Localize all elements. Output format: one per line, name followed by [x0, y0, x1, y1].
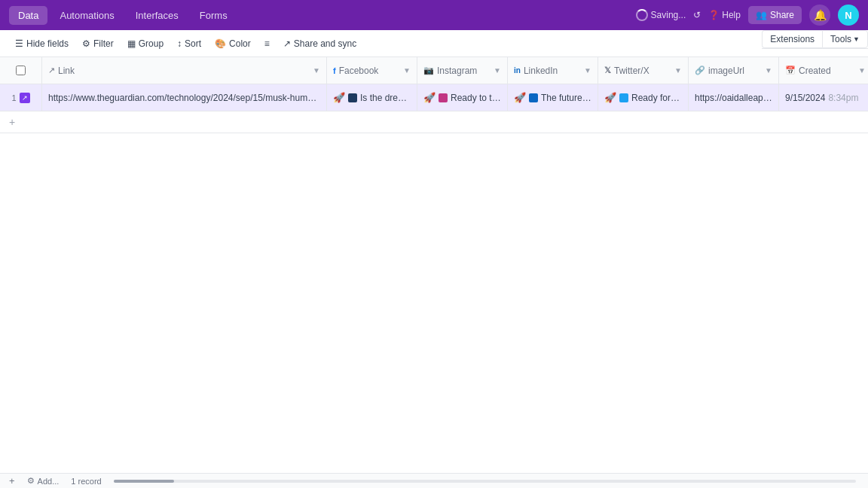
filter-label: Filter [93, 38, 114, 49]
nav-tab-data[interactable]: Data [9, 6, 47, 25]
share-button[interactable]: 👥 Share [748, 6, 802, 24]
cell-created: 9/15/2024 8:34pm [779, 84, 868, 111]
tools-button[interactable]: Tools ▼ [822, 30, 868, 48]
empty-space [0, 133, 868, 435]
top-nav: Data Automations Interfaces Forms Saving… [0, 0, 868, 30]
column-header-instagram[interactable]: 📷 Instagram ▼ [417, 57, 508, 84]
nav-right: Saving... ↺ ❓ Help 👥 Share 🔔 N [636, 5, 859, 26]
facebook-emoji: 🚀 [333, 92, 345, 103]
column-header-created[interactable]: 📅 Created ▼ [779, 57, 868, 84]
horizontal-scrollbar[interactable] [114, 480, 856, 483]
density-icon: ≡ [264, 38, 270, 49]
created-col-label: Created [799, 66, 831, 76]
linkedin-col-label: LinkedIn [524, 66, 558, 76]
color-button[interactable]: 🎨 Color [209, 35, 257, 52]
bottom-gear-icon: ⚙ [27, 476, 35, 486]
help-button[interactable]: ❓ Help [708, 10, 741, 20]
share-label: Share [770, 10, 794, 20]
add-row-plus-icon: + [9, 116, 15, 128]
created-col-chevron: ▼ [858, 66, 866, 75]
bottom-add-button[interactable]: + [9, 475, 15, 486]
instagram-col-chevron: ▼ [494, 66, 501, 75]
column-header-link[interactable]: ↗ Link ▼ [42, 57, 327, 84]
bottom-add-field-button[interactable]: ⚙ Add... [27, 476, 60, 486]
filter-icon: ⚙ [82, 38, 90, 49]
header-checkbox-cell[interactable] [0, 57, 42, 84]
linkedin-cell-content: 🚀 The future is calling, an... [514, 92, 591, 103]
tools-chevron-icon: ▼ [853, 35, 860, 43]
cell-linkedin[interactable]: 🚀 The future is calling, an... [508, 84, 598, 111]
instagram-col-icon: 📷 [423, 66, 434, 75]
select-all-checkbox[interactable] [16, 66, 26, 75]
share-sync-icon: ↗ [283, 38, 291, 49]
share-sync-button[interactable]: ↗ Share and sync [277, 35, 362, 52]
column-header-imageurl[interactable]: 🔗 imageUrl ▼ [689, 57, 779, 84]
column-header-twitter[interactable]: 𝕏 Twitter/X ▼ [598, 57, 689, 84]
facebook-col-label: Facebook [339, 66, 379, 76]
cell-imageurl[interactable]: https://oaidalleapiprodscus... [689, 84, 779, 111]
facebook-cell-content: 🚀 Is the dream of hum... [333, 92, 411, 103]
table-container: ↗ Link ▼ f Facebook ▼ 📷 Instagram ▼ in L… [0, 57, 868, 488]
scrollbar-thumb[interactable] [114, 480, 174, 483]
created-time-value: 8:34pm [828, 93, 858, 103]
link-col-label: Link [58, 66, 75, 76]
facebook-col-icon: f [333, 66, 336, 75]
color-icon: 🎨 [215, 38, 226, 49]
filter-button[interactable]: ⚙ Filter [76, 35, 120, 52]
saving-indicator: Saving... [636, 9, 686, 21]
group-icon: ▦ [127, 38, 136, 49]
instagram-cell-content: 🚀 Ready to take a trip t... [423, 92, 501, 103]
facebook-col-chevron: ▼ [403, 66, 411, 75]
link-value[interactable]: https://www.theguardian.com/technology/2… [48, 93, 320, 103]
imageurl-value[interactable]: https://oaidalleapiprodscus... [695, 93, 772, 103]
cell-link[interactable]: https://www.theguardian.com/technology/2… [42, 84, 327, 111]
table-header: ↗ Link ▼ f Facebook ▼ 📷 Instagram ▼ in L… [0, 57, 868, 84]
user-avatar[interactable]: N [838, 5, 859, 26]
hide-fields-button[interactable]: ☰ Hide fields [9, 35, 75, 52]
sort-icon: ↕ [177, 38, 182, 49]
linkedin-col-chevron: ▼ [584, 66, 591, 75]
instagram-emoji: 🚀 [423, 92, 436, 103]
twitter-col-chevron: ▼ [674, 66, 682, 75]
cell-instagram[interactable]: 🚀 Ready to take a trip t... [417, 84, 508, 111]
add-row-button[interactable]: + [0, 111, 868, 133]
twitter-color-dot [619, 93, 628, 102]
bottom-add-text: Add... [38, 477, 60, 486]
table-body: 1 ↗ https://www.theguardian.com/technolo… [0, 84, 868, 488]
group-button[interactable]: ▦ Group [121, 35, 170, 52]
undo-button[interactable]: ↺ [693, 10, 701, 20]
cell-facebook[interactable]: 🚀 Is the dream of hum... [327, 84, 417, 111]
link-col-chevron: ▼ [313, 66, 320, 75]
nav-tab-forms[interactable]: Forms [191, 6, 237, 25]
imageurl-col-label: imageUrl [708, 66, 744, 76]
imageurl-col-chevron: ▼ [765, 66, 772, 75]
hide-fields-label: Hide fields [26, 38, 69, 49]
group-label: Group [139, 38, 164, 49]
nav-tab-automations[interactable]: Automations [50, 6, 123, 25]
notifications-button[interactable]: 🔔 [809, 5, 830, 26]
facebook-text: Is the dream of hum... [360, 93, 411, 103]
row-checkbox-cell[interactable]: 1 ↗ [0, 84, 42, 111]
bottom-add-icon: + [9, 475, 15, 486]
bottom-bar: + ⚙ Add... 1 record [0, 473, 868, 488]
sort-button[interactable]: ↕ Sort [171, 35, 207, 52]
twitter-col-label: Twitter/X [614, 66, 649, 76]
help-text: Help [722, 10, 741, 20]
nav-tab-interfaces[interactable]: Interfaces [127, 6, 188, 25]
extensions-button[interactable]: Extensions [762, 30, 822, 48]
row-number: 1 [11, 93, 16, 102]
help-circle-icon: ❓ [708, 10, 720, 20]
cell-twitter[interactable]: 🚀 Ready for Mars? Elo... [598, 84, 689, 111]
facebook-color-dot [348, 93, 357, 102]
linkedin-emoji: 🚀 [514, 92, 526, 103]
link-col-icon: ↗ [48, 66, 55, 75]
saving-text: Saving... [651, 10, 686, 20]
twitter-emoji: 🚀 [604, 92, 616, 103]
column-header-linkedin[interactable]: in LinkedIn ▼ [508, 57, 598, 84]
row-expand-button[interactable]: ↗ [20, 93, 30, 103]
linkedin-col-icon: in [514, 66, 521, 75]
tools-label: Tools [830, 34, 851, 44]
column-header-facebook[interactable]: f Facebook ▼ [327, 57, 417, 84]
imageurl-col-icon: 🔗 [695, 66, 705, 75]
density-button[interactable]: ≡ [258, 35, 276, 52]
